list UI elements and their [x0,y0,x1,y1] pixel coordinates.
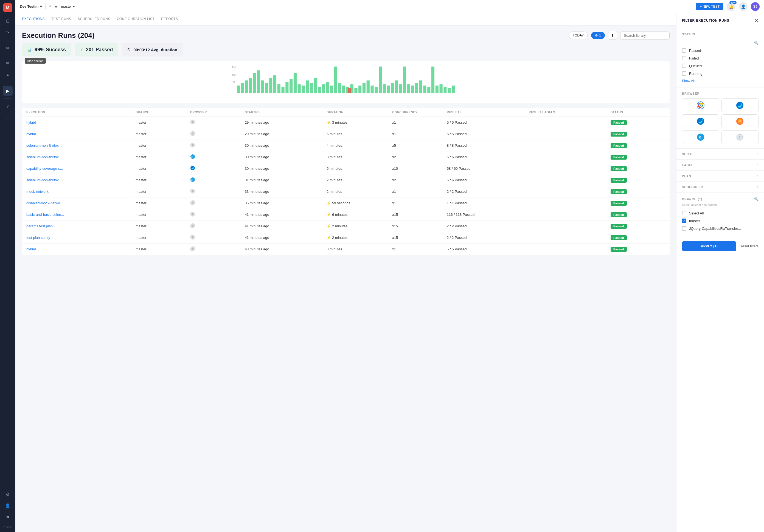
scheduler-row[interactable]: SCHEDULER › [676,182,764,193]
failed-checkbox[interactable] [682,56,686,60]
user-icon-topbar[interactable]: 👤 [739,2,748,11]
svg-rect-26 [326,82,329,93]
cell-results: 2 / 2 Passed [447,190,528,194]
tab-configuration-list[interactable]: CONFIGURATION LIST [117,13,154,25]
filter-failed[interactable]: Failed [682,54,759,62]
panel-title: FILTER EXECUTION RUNS [682,19,729,23]
svg-rect-14 [278,84,281,93]
plugin-icon[interactable]: ✦ [3,70,13,80]
apply-button[interactable]: APPLY (1) [682,241,736,251]
hide-section-tooltip[interactable]: Hide section [25,58,46,64]
topbar-branch[interactable]: master ▾ [61,4,75,9]
settings-icon[interactable]: ⚙ [3,489,13,499]
jquery-branch-name: JQuery-CapabilitiesFixTransfer... [689,226,741,231]
master-checkbox[interactable]: ✓ [682,218,686,223]
cell-started: 41 minutes ago [245,212,326,217]
activity-icon[interactable]: 〜 [3,27,13,37]
cell-browser [190,212,245,217]
topbar-project[interactable]: Dev Testim ▾ [20,4,42,9]
table-row[interactable]: hybrid master 43 minutes ago 3 minutes x… [22,243,669,255]
browser-ie[interactable]: e [682,130,719,144]
status-badge: Passed [611,212,627,217]
flag-icon[interactable]: ⚑ [3,512,13,522]
cell-started: 30 minutes ago [245,167,326,171]
filter-running[interactable]: Running [682,69,759,77]
browser-firefox[interactable] [721,114,759,128]
col-results: RESULTS [447,110,528,114]
filter-passed[interactable]: Passed [682,47,759,54]
table-row[interactable]: test plan sanity master 41 minutes ago ⚡… [22,232,669,243]
branch-select-all[interactable]: Select All [682,209,759,217]
filter-queued[interactable]: Queued [682,62,759,69]
svg-rect-16 [286,82,288,93]
cell-status: Passed [611,166,665,171]
status-search-icon: 🔍 [754,41,759,45]
label-row[interactable]: LABEL › [676,160,764,171]
svg-rect-27 [330,85,333,93]
browser-safari[interactable] [721,130,759,144]
plan-row[interactable]: PLAN › [676,171,764,182]
suite-row[interactable]: SUITE › [676,149,764,160]
avatar[interactable]: SJ [751,2,760,11]
search-input[interactable] [620,32,669,40]
browser-chrome[interactable] [682,98,719,112]
content: EXECUTIONS TEST RUNS SCHEDULED RUNS CONF… [15,13,764,532]
select-all-checkbox[interactable] [682,211,686,215]
branch-search-icon[interactable]: 🔍 [754,197,759,201]
user-icon[interactable]: 👤 [3,501,13,511]
dashboard-icon[interactable]: ⊞ [3,16,13,26]
stat-duration-value: 00:03:12 Avg. duration [133,48,177,52]
edge-chromium-icon [697,117,704,125]
panel-close-button[interactable]: ✕ [754,18,759,24]
cell-concurrency: x1 [392,201,447,205]
table-row[interactable]: selenium-non-firefox master e 31 minutes… [22,175,669,186]
queued-checkbox[interactable] [682,64,686,68]
suite-chevron-icon: › [757,152,759,156]
table-row[interactable]: params test plan master 41 minutes ago ⚡… [22,220,669,232]
cell-concurrency: x2 [392,155,447,159]
tab-test-runs[interactable]: TEST RUNS [51,13,71,25]
running-checkbox[interactable] [682,71,686,76]
reset-button[interactable]: Reset filters [740,244,759,248]
table-row[interactable]: hybrid master 29 minutes ago ⚡ 3 minutes… [22,117,669,128]
play-icon[interactable]: ▶ [3,86,13,96]
filter-status-search[interactable]: 🔍 [682,39,759,47]
table-row[interactable]: selenium-non-firefox ... master 30 minut… [22,140,669,151]
tab-scheduled-runs[interactable]: SCHEDULED RUNS [78,13,110,25]
svg-rect-7 [249,78,252,93]
label-label: LABEL [682,164,693,167]
branch-icon[interactable]: ⑂ [3,101,13,111]
status-badge: Passed [611,120,627,125]
table-row[interactable]: capability-coverage-s... master 30 minut… [22,163,669,175]
star-icon: ★ [54,4,58,9]
passed-checkbox[interactable] [682,48,686,53]
svg-rect-50 [423,85,426,93]
filter-button[interactable]: ⚙ 1 [591,32,605,39]
table-header: EXECUTION BRANCH BROWSER STARTED DURATIO… [22,108,669,117]
jquery-checkbox[interactable] [682,226,686,231]
today-button[interactable]: TODAY [569,32,588,39]
branch-jquery[interactable]: JQuery-CapabilitiesFixTransfer... [682,224,759,232]
tab-executions[interactable]: EXECUTIONS [22,13,45,25]
svg-rect-52 [431,66,435,93]
new-test-button[interactable]: + NEW TEST [696,3,723,10]
cell-branch: master [135,190,190,194]
browser-edge-new[interactable] [721,98,759,112]
browser-edge-chromium[interactable] [682,114,719,128]
show-all-status[interactable]: Show All [682,79,694,83]
cell-duration: ⚡ 2 minutes [326,235,392,240]
minus-icon[interactable]: — [3,113,13,123]
download-button[interactable]: ⬇ [608,31,617,40]
table-row[interactable]: mock-network master 33 minutes ago 2 min… [22,186,669,198]
branch-hint: Select at least one branch [682,203,759,206]
list-icon[interactable]: ☰ [3,59,13,68]
edit-icon[interactable]: ✏ [3,43,13,53]
table-row[interactable]: disabled-mock-netwo... master 35 minutes… [22,198,669,209]
tab-reports[interactable]: REPORTS [161,13,178,25]
table-row[interactable]: selenium-non-firefox master e 30 minutes… [22,151,669,163]
table-row[interactable]: hybrid master 29 minutes ago 6 minutes x… [22,128,669,140]
sidebar-logo[interactable]: M [3,3,12,12]
cell-results: 6 / 6 Passed [447,155,528,159]
table-row[interactable]: basic-and-basic-selen... master 41 minut… [22,209,669,220]
branch-master[interactable]: ✓ master [682,217,759,224]
